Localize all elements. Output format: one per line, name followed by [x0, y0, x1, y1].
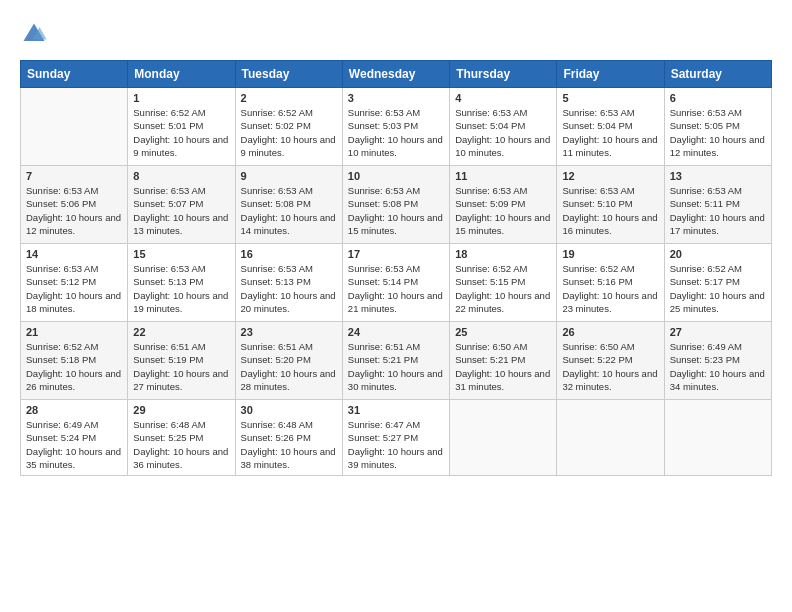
calendar-cell: 2Sunrise: 6:52 AMSunset: 5:02 PMDaylight…: [235, 88, 342, 166]
day-info: Sunrise: 6:47 AMSunset: 5:27 PMDaylight:…: [348, 418, 444, 471]
calendar-cell: 12Sunrise: 6:53 AMSunset: 5:10 PMDayligh…: [557, 166, 664, 244]
day-info: Sunrise: 6:53 AMSunset: 5:04 PMDaylight:…: [562, 106, 658, 159]
day-number: 19: [562, 248, 658, 260]
day-number: 31: [348, 404, 444, 416]
day-info: Sunrise: 6:52 AMSunset: 5:02 PMDaylight:…: [241, 106, 337, 159]
calendar-cell: 9Sunrise: 6:53 AMSunset: 5:08 PMDaylight…: [235, 166, 342, 244]
day-number: 9: [241, 170, 337, 182]
weekday-header-saturday: Saturday: [664, 61, 771, 88]
calendar-cell: 22Sunrise: 6:51 AMSunset: 5:19 PMDayligh…: [128, 322, 235, 400]
calendar-cell: 11Sunrise: 6:53 AMSunset: 5:09 PMDayligh…: [450, 166, 557, 244]
day-info: Sunrise: 6:53 AMSunset: 5:13 PMDaylight:…: [133, 262, 229, 315]
calendar-cell: 13Sunrise: 6:53 AMSunset: 5:11 PMDayligh…: [664, 166, 771, 244]
day-info: Sunrise: 6:53 AMSunset: 5:08 PMDaylight:…: [241, 184, 337, 237]
day-number: 23: [241, 326, 337, 338]
calendar-cell: 27Sunrise: 6:49 AMSunset: 5:23 PMDayligh…: [664, 322, 771, 400]
weekday-header-friday: Friday: [557, 61, 664, 88]
day-info: Sunrise: 6:52 AMSunset: 5:17 PMDaylight:…: [670, 262, 766, 315]
main-container: SundayMondayTuesdayWednesdayThursdayFrid…: [0, 0, 792, 486]
weekday-header-sunday: Sunday: [21, 61, 128, 88]
day-number: 22: [133, 326, 229, 338]
day-info: Sunrise: 6:53 AMSunset: 5:03 PMDaylight:…: [348, 106, 444, 159]
day-info: Sunrise: 6:48 AMSunset: 5:25 PMDaylight:…: [133, 418, 229, 471]
day-number: 17: [348, 248, 444, 260]
calendar-table: SundayMondayTuesdayWednesdayThursdayFrid…: [20, 60, 772, 476]
day-info: Sunrise: 6:53 AMSunset: 5:07 PMDaylight:…: [133, 184, 229, 237]
calendar-cell: 21Sunrise: 6:52 AMSunset: 5:18 PMDayligh…: [21, 322, 128, 400]
calendar-cell: 10Sunrise: 6:53 AMSunset: 5:08 PMDayligh…: [342, 166, 449, 244]
calendar-cell: 30Sunrise: 6:48 AMSunset: 5:26 PMDayligh…: [235, 400, 342, 476]
day-info: Sunrise: 6:51 AMSunset: 5:19 PMDaylight:…: [133, 340, 229, 393]
calendar-cell: 20Sunrise: 6:52 AMSunset: 5:17 PMDayligh…: [664, 244, 771, 322]
day-number: 1: [133, 92, 229, 104]
day-number: 7: [26, 170, 122, 182]
day-number: 11: [455, 170, 551, 182]
calendar-cell: 3Sunrise: 6:53 AMSunset: 5:03 PMDaylight…: [342, 88, 449, 166]
day-info: Sunrise: 6:53 AMSunset: 5:05 PMDaylight:…: [670, 106, 766, 159]
calendar-cell: [21, 88, 128, 166]
calendar-week-row: 1Sunrise: 6:52 AMSunset: 5:01 PMDaylight…: [21, 88, 772, 166]
weekday-header-tuesday: Tuesday: [235, 61, 342, 88]
day-number: 10: [348, 170, 444, 182]
day-info: Sunrise: 6:52 AMSunset: 5:16 PMDaylight:…: [562, 262, 658, 315]
day-number: 8: [133, 170, 229, 182]
day-info: Sunrise: 6:53 AMSunset: 5:10 PMDaylight:…: [562, 184, 658, 237]
calendar-week-row: 21Sunrise: 6:52 AMSunset: 5:18 PMDayligh…: [21, 322, 772, 400]
calendar-cell: 23Sunrise: 6:51 AMSunset: 5:20 PMDayligh…: [235, 322, 342, 400]
weekday-header-row: SundayMondayTuesdayWednesdayThursdayFrid…: [21, 61, 772, 88]
calendar-cell: 26Sunrise: 6:50 AMSunset: 5:22 PMDayligh…: [557, 322, 664, 400]
day-number: 15: [133, 248, 229, 260]
header-section: [20, 20, 772, 48]
day-number: 4: [455, 92, 551, 104]
day-number: 13: [670, 170, 766, 182]
calendar-cell: 1Sunrise: 6:52 AMSunset: 5:01 PMDaylight…: [128, 88, 235, 166]
day-info: Sunrise: 6:53 AMSunset: 5:11 PMDaylight:…: [670, 184, 766, 237]
day-number: 2: [241, 92, 337, 104]
day-number: 6: [670, 92, 766, 104]
calendar-cell: 29Sunrise: 6:48 AMSunset: 5:25 PMDayligh…: [128, 400, 235, 476]
calendar-cell: 17Sunrise: 6:53 AMSunset: 5:14 PMDayligh…: [342, 244, 449, 322]
day-number: 5: [562, 92, 658, 104]
day-number: 3: [348, 92, 444, 104]
calendar-cell: 25Sunrise: 6:50 AMSunset: 5:21 PMDayligh…: [450, 322, 557, 400]
day-number: 29: [133, 404, 229, 416]
weekday-header-thursday: Thursday: [450, 61, 557, 88]
calendar-cell: 8Sunrise: 6:53 AMSunset: 5:07 PMDaylight…: [128, 166, 235, 244]
calendar-cell: 16Sunrise: 6:53 AMSunset: 5:13 PMDayligh…: [235, 244, 342, 322]
day-number: 28: [26, 404, 122, 416]
day-number: 25: [455, 326, 551, 338]
weekday-header-wednesday: Wednesday: [342, 61, 449, 88]
weekday-header-monday: Monday: [128, 61, 235, 88]
day-info: Sunrise: 6:53 AMSunset: 5:13 PMDaylight:…: [241, 262, 337, 315]
day-number: 14: [26, 248, 122, 260]
calendar-cell: [557, 400, 664, 476]
day-info: Sunrise: 6:51 AMSunset: 5:21 PMDaylight:…: [348, 340, 444, 393]
day-info: Sunrise: 6:49 AMSunset: 5:24 PMDaylight:…: [26, 418, 122, 471]
calendar-cell: 19Sunrise: 6:52 AMSunset: 5:16 PMDayligh…: [557, 244, 664, 322]
day-number: 18: [455, 248, 551, 260]
day-info: Sunrise: 6:52 AMSunset: 5:18 PMDaylight:…: [26, 340, 122, 393]
day-info: Sunrise: 6:51 AMSunset: 5:20 PMDaylight:…: [241, 340, 337, 393]
calendar-cell: 15Sunrise: 6:53 AMSunset: 5:13 PMDayligh…: [128, 244, 235, 322]
day-number: 16: [241, 248, 337, 260]
calendar-cell: 6Sunrise: 6:53 AMSunset: 5:05 PMDaylight…: [664, 88, 771, 166]
day-number: 20: [670, 248, 766, 260]
day-info: Sunrise: 6:53 AMSunset: 5:12 PMDaylight:…: [26, 262, 122, 315]
calendar-cell: 7Sunrise: 6:53 AMSunset: 5:06 PMDaylight…: [21, 166, 128, 244]
calendar-cell: 4Sunrise: 6:53 AMSunset: 5:04 PMDaylight…: [450, 88, 557, 166]
day-number: 24: [348, 326, 444, 338]
day-info: Sunrise: 6:52 AMSunset: 5:01 PMDaylight:…: [133, 106, 229, 159]
calendar-cell: [664, 400, 771, 476]
day-number: 27: [670, 326, 766, 338]
calendar-cell: 18Sunrise: 6:52 AMSunset: 5:15 PMDayligh…: [450, 244, 557, 322]
day-number: 12: [562, 170, 658, 182]
logo: [20, 20, 52, 48]
day-info: Sunrise: 6:52 AMSunset: 5:15 PMDaylight:…: [455, 262, 551, 315]
day-info: Sunrise: 6:53 AMSunset: 5:08 PMDaylight:…: [348, 184, 444, 237]
day-info: Sunrise: 6:53 AMSunset: 5:14 PMDaylight:…: [348, 262, 444, 315]
day-info: Sunrise: 6:50 AMSunset: 5:22 PMDaylight:…: [562, 340, 658, 393]
calendar-cell: 14Sunrise: 6:53 AMSunset: 5:12 PMDayligh…: [21, 244, 128, 322]
calendar-cell: 31Sunrise: 6:47 AMSunset: 5:27 PMDayligh…: [342, 400, 449, 476]
day-info: Sunrise: 6:50 AMSunset: 5:21 PMDaylight:…: [455, 340, 551, 393]
day-info: Sunrise: 6:48 AMSunset: 5:26 PMDaylight:…: [241, 418, 337, 471]
